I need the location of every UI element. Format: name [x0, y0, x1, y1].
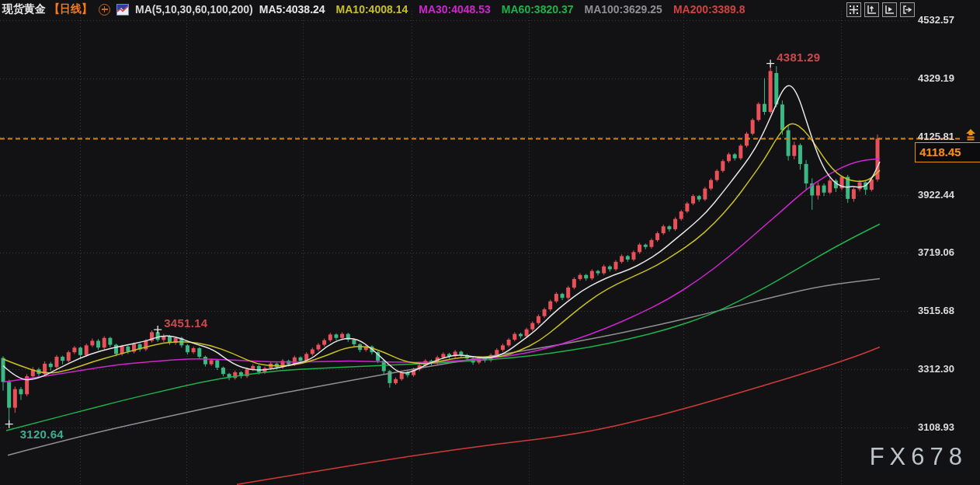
y-axis-label: 3922.44 [918, 189, 954, 201]
y-axis-label: 4329.19 [918, 72, 954, 84]
axis-arrow-button[interactable] [864, 2, 879, 17]
watermark: FX678 [870, 443, 968, 471]
annotation-3120.64: 3120.64 [20, 427, 64, 441]
ma-settings-label[interactable]: MA(5,10,30,60,100,200) [135, 3, 253, 16]
annotation-4381.29: 4381.29 [777, 51, 820, 64]
exit-chart-button[interactable] [900, 2, 915, 17]
chart-toolbar [846, 2, 915, 17]
scroll-to-latest-icon[interactable] [964, 129, 977, 141]
annotation-3451.14: 3451.14 [164, 316, 207, 330]
legend-item-ma200: MA200:3389.8 [673, 3, 745, 16]
ma-legend: MA5:4038.24MA10:4008.14MA30:4048.53MA60:… [259, 3, 745, 16]
legend-item-ma60: MA60:3820.37 [502, 3, 574, 16]
legend-item-ma30: MA30:4048.53 [419, 3, 491, 16]
timeframe-label: 【日线】 [49, 2, 92, 16]
chart-window: 现货黄金 【日线】 MA(5,10,30,60,100,200) MA5:403… [0, 0, 980, 485]
last-price-badge: 4118.45 [915, 142, 980, 162]
legend-item-ma100: MA100:3629.25 [584, 3, 662, 16]
pan-crosshair-button[interactable] [846, 2, 861, 17]
y-axis-label: 3108.93 [918, 421, 954, 433]
y-axis-label: 3312.30 [918, 363, 954, 375]
chart-type-icon[interactable] [116, 4, 129, 16]
legend-item-ma10: MA10:4008.14 [336, 3, 408, 16]
y-axis-label: 4125.81 [918, 131, 954, 142]
symbol-name: 现货黄金 [2, 2, 46, 16]
y-axis-label: 3515.68 [918, 305, 954, 316]
legend-item-ma5: MA5:4038.24 [259, 3, 325, 16]
axis-play-button[interactable] [882, 2, 897, 17]
price-chart-canvas[interactable] [0, 0, 980, 485]
add-indicator-icon[interactable] [99, 4, 110, 16]
y-axis-label: 3719.06 [918, 246, 954, 258]
chart-header: 现货黄金 【日线】 MA(5,10,30,60,100,200) MA5:403… [0, 0, 980, 19]
